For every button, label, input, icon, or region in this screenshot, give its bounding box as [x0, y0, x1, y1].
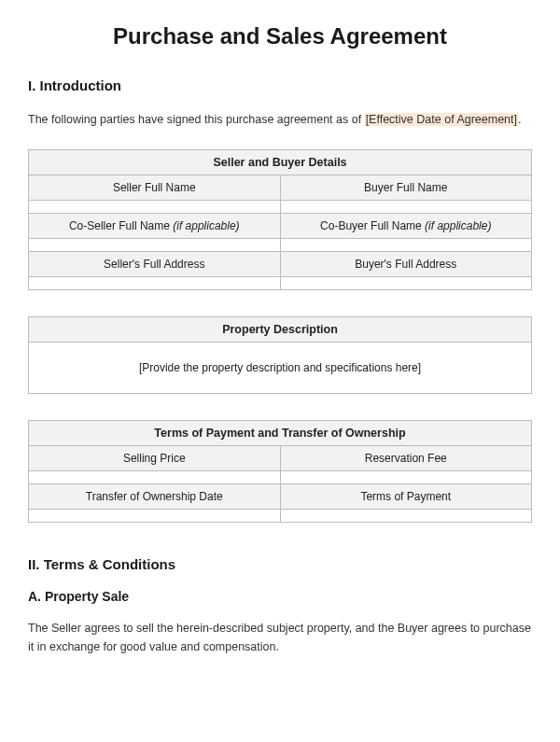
cobuyer-prefix: Co-Buyer Full Name [320, 219, 425, 232]
terms-payment-table: Terms of Payment and Transfer of Ownersh… [28, 420, 532, 523]
table3-title: Terms of Payment and Transfer of Ownersh… [29, 421, 532, 446]
reservation-fee-field[interactable] [280, 471, 532, 484]
seller-address-label: Seller's Full Address [29, 252, 281, 277]
intro-paragraph: The following parties have signed this p… [28, 110, 532, 129]
buyer-name-label: Buyer Full Name [280, 175, 532, 201]
cobuyer-field[interactable] [280, 239, 532, 252]
section-2-heading: II. Terms & Conditions [28, 556, 532, 572]
property-description-field[interactable]: [Provide the property description and sp… [29, 343, 532, 394]
seller-name-label: Seller Full Name [29, 175, 281, 201]
selling-price-field[interactable] [29, 471, 281, 484]
table2-title: Property Description [29, 317, 532, 343]
intro-text-before: The following parties have signed this p… [28, 113, 365, 126]
section-1-heading: I. Introduction [28, 77, 532, 93]
buyer-address-field[interactable] [280, 277, 532, 290]
transfer-date-label: Transfer of Ownership Date [29, 484, 281, 510]
cobuyer-suffix: (if applicable) [425, 219, 491, 232]
coseller-field[interactable] [29, 239, 281, 252]
property-sale-body: The Seller agrees to sell the herein-des… [28, 619, 532, 656]
buyer-name-field[interactable] [280, 201, 532, 214]
coseller-prefix: Co-Seller Full Name [69, 219, 173, 232]
seller-buyer-table: Seller and Buyer Details Seller Full Nam… [28, 149, 532, 290]
effective-date-placeholder[interactable]: [Effective Date of Agreement] [365, 113, 518, 126]
reservation-fee-label: Reservation Fee [280, 446, 532, 471]
transfer-date-field[interactable] [29, 510, 281, 523]
seller-name-field[interactable] [29, 201, 281, 214]
selling-price-label: Selling Price [29, 446, 281, 471]
table1-title: Seller and Buyer Details [29, 150, 532, 175]
document-title: Purchase and Sales Agreement [28, 23, 532, 49]
section-2a-subheading: A. Property Sale [28, 589, 532, 604]
intro-text-after: . [518, 113, 521, 126]
property-description-table: Property Description [Provide the proper… [28, 316, 532, 394]
terms-payment-label: Terms of Payment [280, 484, 532, 510]
cobuyer-label: Co-Buyer Full Name (if applicable) [280, 214, 532, 239]
buyer-address-label: Buyer's Full Address [280, 252, 532, 277]
coseller-label: Co-Seller Full Name (if applicable) [29, 214, 281, 239]
coseller-suffix: (if applicable) [173, 219, 239, 232]
seller-address-field[interactable] [29, 277, 281, 290]
terms-payment-field[interactable] [280, 510, 532, 523]
